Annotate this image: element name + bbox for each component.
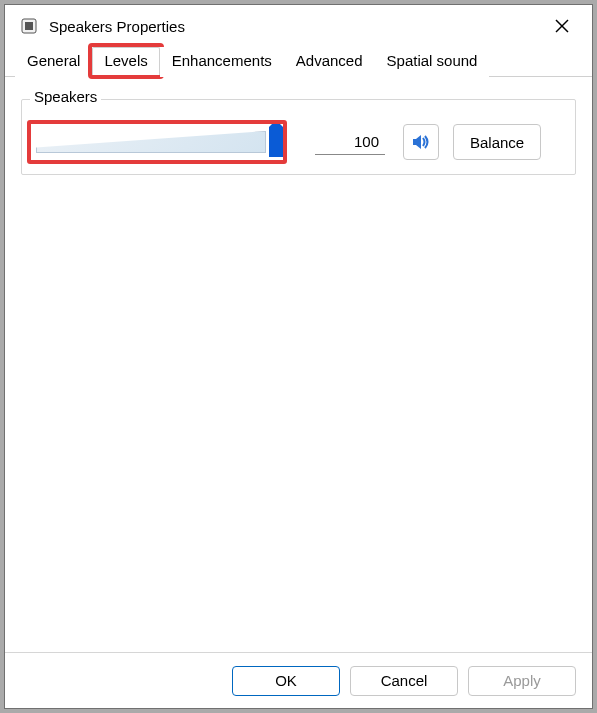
speakers-group: Speakers 100 Balance	[21, 99, 576, 175]
volume-value[interactable]: 100	[315, 129, 385, 155]
close-button[interactable]	[542, 10, 582, 42]
tab-bar: General Levels Enhancements Advanced Spa…	[5, 47, 592, 77]
tab-enhancements[interactable]: Enhancements	[160, 47, 284, 77]
tab-levels[interactable]: Levels	[92, 47, 159, 77]
ok-button[interactable]: OK	[232, 666, 340, 696]
tab-spatial[interactable]: Spatial sound	[375, 47, 490, 77]
speaker-icon	[410, 131, 432, 153]
dialog-buttons: OK Cancel Apply	[5, 652, 592, 708]
svg-rect-1	[25, 22, 33, 30]
tab-content: Speakers 100 Balance	[5, 77, 592, 652]
titlebar: Speakers Properties	[5, 5, 592, 47]
group-label: Speakers	[30, 88, 101, 105]
window-title: Speakers Properties	[49, 18, 542, 35]
cancel-button[interactable]: Cancel	[350, 666, 458, 696]
close-icon	[555, 19, 569, 33]
tab-advanced[interactable]: Advanced	[284, 47, 375, 77]
balance-button[interactable]: Balance	[453, 124, 541, 160]
tab-general[interactable]: General	[15, 47, 92, 77]
volume-slider[interactable]	[32, 124, 287, 160]
apply-button[interactable]: Apply	[468, 666, 576, 696]
tab-levels-label: Levels	[104, 52, 147, 69]
slider-track	[36, 131, 266, 153]
slider-row: 100 Balance	[32, 124, 565, 160]
dialog-window: Speakers Properties General Levels Enhan…	[4, 4, 593, 709]
mute-button[interactable]	[403, 124, 439, 160]
slider-thumb[interactable]	[269, 127, 283, 157]
window-icon	[19, 16, 39, 36]
